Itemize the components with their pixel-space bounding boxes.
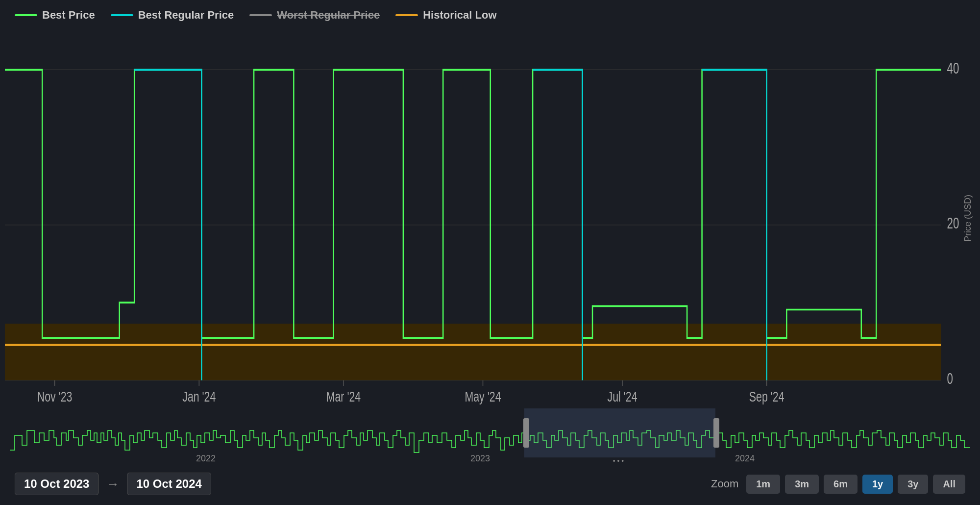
legend-line-best-price bbox=[15, 14, 37, 16]
legend-label-best-regular: Best Regular Price bbox=[138, 9, 234, 22]
svg-rect-23 bbox=[524, 408, 715, 457]
date-end[interactable]: 10 Oct 2024 bbox=[127, 473, 211, 495]
svg-rect-18 bbox=[5, 324, 941, 380]
legend-worst-regular-price: Worst Regular Price bbox=[249, 9, 380, 22]
svg-text:Nov '23: Nov '23 bbox=[37, 388, 73, 405]
legend-label-worst-regular: Worst Regular Price bbox=[277, 9, 380, 22]
zoom-btn-3y[interactable]: 3y bbox=[898, 475, 928, 494]
main-chart-wrapper: 40 20 0 Nov '23 Jan '24 Mar '24 May '24 … bbox=[5, 27, 975, 408]
zoom-btn-3m[interactable]: 3m bbox=[785, 475, 819, 494]
legend-label-historical-low: Historical Low bbox=[423, 9, 496, 22]
legend-line-best-regular bbox=[111, 14, 133, 16]
svg-text:20: 20 bbox=[947, 214, 959, 232]
legend-best-price: Best Price bbox=[15, 9, 95, 22]
zoom-btn-6m[interactable]: 6m bbox=[824, 475, 858, 494]
y-axis-label: Price (USD) bbox=[961, 27, 975, 408]
svg-text:2024: 2024 bbox=[735, 454, 755, 463]
date-arrow: → bbox=[106, 477, 119, 492]
svg-text:Mar '24: Mar '24 bbox=[326, 388, 361, 405]
bottom-controls: 10 Oct 2023 → 10 Oct 2024 Zoom 1m 3m 6m … bbox=[5, 465, 975, 500]
legend-label-best-price: Best Price bbox=[42, 9, 95, 22]
svg-rect-25 bbox=[713, 418, 719, 448]
date-range: 10 Oct 2023 → 10 Oct 2024 bbox=[15, 473, 211, 495]
zoom-btn-1y[interactable]: 1y bbox=[862, 475, 893, 494]
svg-text:2023: 2023 bbox=[470, 454, 490, 463]
svg-text:Jul '24: Jul '24 bbox=[608, 388, 637, 405]
zoom-btn-all[interactable]: All bbox=[933, 475, 965, 494]
svg-text:Sep '24: Sep '24 bbox=[749, 388, 784, 405]
main-chart-area: 40 20 0 Nov '23 Jan '24 Mar '24 May '24 … bbox=[5, 27, 961, 408]
zoom-label: Zoom bbox=[711, 478, 738, 490]
svg-text:0: 0 bbox=[947, 370, 953, 387]
svg-text:• • •: • • • bbox=[613, 457, 624, 465]
zoom-controls: Zoom 1m 3m 6m 1y 3y All bbox=[711, 475, 965, 494]
price-history-chart: Best Price Best Regular Price Worst Regu… bbox=[0, 0, 980, 505]
svg-text:2022: 2022 bbox=[196, 454, 216, 463]
legend-best-regular-price: Best Regular Price bbox=[111, 9, 234, 22]
date-start[interactable]: 10 Oct 2023 bbox=[15, 473, 98, 495]
svg-rect-24 bbox=[523, 418, 529, 448]
svg-text:Jan '24: Jan '24 bbox=[182, 388, 216, 405]
svg-text:May '24: May '24 bbox=[465, 388, 501, 405]
main-chart-svg: 40 20 0 Nov '23 Jan '24 Mar '24 May '24 … bbox=[5, 27, 961, 408]
legend-line-historical-low bbox=[395, 14, 418, 16]
zoom-btn-1m[interactable]: 1m bbox=[746, 475, 780, 494]
mini-chart-svg: 2022 2023 2024 • • • bbox=[10, 408, 970, 465]
legend-historical-low: Historical Low bbox=[395, 9, 496, 22]
svg-text:40: 40 bbox=[947, 59, 959, 77]
legend-line-worst-regular bbox=[249, 14, 272, 16]
mini-chart-wrapper[interactable]: 2022 2023 2024 • • • bbox=[10, 408, 970, 465]
chart-legend: Best Price Best Regular Price Worst Regu… bbox=[5, 9, 975, 27]
